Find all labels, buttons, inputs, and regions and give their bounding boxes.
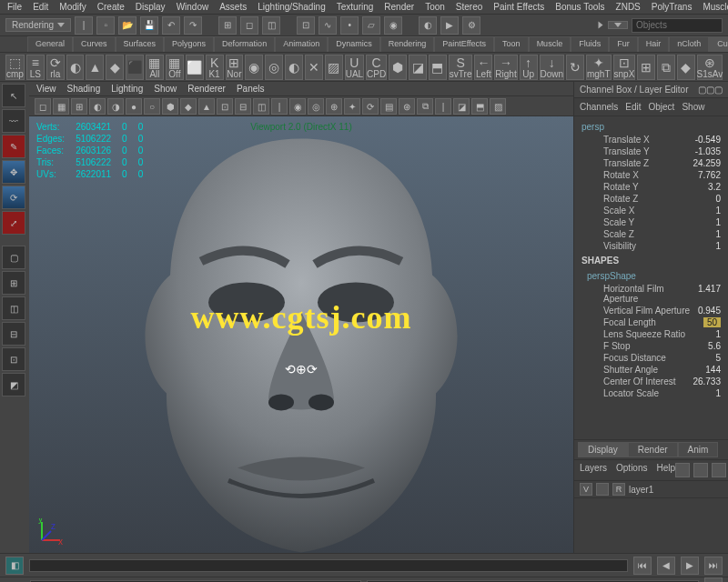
menu-lightingshading[interactable]: Lighting/Shading [258,2,326,12]
ipr-icon[interactable]: ◐ [419,16,437,35]
layer-row[interactable]: VRlayer1 [574,481,728,498]
shape-attr-lens-squeeze-ratio[interactable]: Lens Squeeze Ratio1 [576,328,726,340]
panel-tool-18[interactable]: ⟳ [362,98,379,115]
rotate-tool[interactable]: ⟳ [2,186,25,209]
new-scene-icon[interactable]: ▫ [96,16,115,35]
selection-mode-dropdown[interactable] [608,21,628,29]
cb-menu-show[interactable]: Show [682,102,704,112]
attr-rotate-y[interactable]: Rotate Y3.2 [576,181,726,193]
redo-icon[interactable]: ↷ [184,16,202,35]
attr-visibility[interactable]: Visibility1 [576,240,726,252]
panel-tool-3[interactable]: ◐ [89,98,106,115]
cb-menu-channels[interactable]: Channels [580,102,618,112]
shelf-tab-surfaces[interactable]: Surfaces [116,36,165,52]
shelf-button-28[interactable]: ✦mghT [586,55,612,80]
shelf-button-11[interactable]: ⊞Nor [226,55,244,80]
shelf-tab-polygons[interactable]: Polygons [164,36,214,52]
panel-tool-10[interactable]: ⊡ [217,98,233,115]
layer-playback-toggle[interactable] [596,483,609,496]
menu-muscle[interactable]: Muscle [703,2,728,12]
shelf-button-7[interactable]: ▦All [146,55,164,80]
panel-tool-2[interactable]: ⊞ [71,98,87,115]
panel-menu-lighting[interactable]: Lighting [111,84,143,94]
shelf-button-13[interactable]: ◎ [265,55,283,80]
shelf-tab-hair[interactable]: Hair [638,36,670,52]
attr-scale-x[interactable]: Scale X1 [576,205,726,216]
shelf-tab-toon[interactable]: Toon [494,36,529,52]
move-tool[interactable]: ✥ [2,160,25,184]
shelf-button-23[interactable]: ←Left [474,55,492,80]
layer-menu-help[interactable]: Help [656,463,675,477]
panel-tool-22[interactable]: | [435,98,451,115]
shelf-tab-fur[interactable]: Fur [609,36,638,52]
undo-icon[interactable]: ↶ [162,16,180,35]
panel-menu-shading[interactable]: Shading [67,84,101,94]
panel-toggle-icons[interactable]: ▢▢▢ [698,85,723,95]
panel-tool-16[interactable]: ⊕ [326,98,342,115]
menu-toon[interactable]: Toon [425,2,445,12]
shelf-button-6[interactable]: ⬛ [126,55,144,80]
attr-scale-y[interactable]: Scale Y1 [576,216,726,228]
shape-attr-f-stop[interactable]: F Stop5.6 [576,340,726,352]
panel-tool-20[interactable]: ⊛ [399,98,415,115]
shelf-button-14[interactable]: ◐ [285,55,303,80]
panel-tool-13[interactable]: | [271,98,288,115]
shelf-tab-painteffects[interactable]: PaintEffects [434,36,494,52]
snap-grid-icon[interactable]: ⊡ [297,16,315,35]
menu-texturing[interactable]: Texturing [337,2,374,12]
layer-name[interactable]: layer1 [629,485,653,495]
attr-rotate-z[interactable]: Rotate Z0 [576,193,726,205]
snap-curve-icon[interactable]: ∿ [318,16,337,35]
shelf-button-0[interactable]: ⬚cmp [5,55,25,80]
snap-live-icon[interactable]: ◉ [384,16,402,35]
menu-stereo[interactable]: Stereo [456,2,482,12]
shelf-button-32[interactable]: ◆ [677,55,695,80]
open-scene-icon[interactable]: 📂 [118,16,136,35]
panel-tool-23[interactable]: ◪ [453,98,470,115]
shelf-button-22[interactable]: SsvTre [449,55,473,80]
panel-tool-15[interactable]: ◎ [308,98,324,115]
shelf-button-10[interactable]: KK1 [206,55,224,80]
layer-menu-layers[interactable]: Layers [580,463,607,477]
panel-menu-show[interactable]: Show [154,84,177,94]
layer-move-up-icon[interactable] [675,463,690,477]
menu-file[interactable]: File [7,2,22,12]
shelf-button-21[interactable]: ⬒ [429,55,447,80]
menu-window[interactable]: Window [177,2,209,12]
render-icon[interactable]: ▶ [440,16,459,35]
attr-translate-z[interactable]: Translate Z24.259 [576,157,726,169]
layer-tab-render[interactable]: Render [628,442,678,457]
menu-assets[interactable]: Assets [219,2,247,12]
play-back-icon[interactable]: ◀ [657,557,675,575]
shelf-tab-fluids[interactable]: Fluids [571,36,609,52]
panel-tool-6[interactable]: ○ [144,98,160,115]
shelf-button-4[interactable]: ▲ [86,55,104,80]
shelf-tab-muscle[interactable]: Muscle [529,36,571,52]
layout-single[interactable]: ▢ [2,246,25,269]
shape-attr-vertical-film-aperture[interactable]: Vertical Film Aperture0.945 [576,305,726,316]
select-object-icon[interactable]: ◻ [240,16,258,35]
panel-tool-25[interactable]: ▨ [490,98,506,115]
shelf-button-17[interactable]: UUAL [345,55,364,80]
menu-polytrans[interactable]: PolyTrans [652,2,693,12]
play-end-icon[interactable]: ⏭ [704,557,723,575]
shape-attr-shutter-angle[interactable]: Shutter Angle144 [576,364,726,376]
panel-tool-7[interactable]: ⬢ [162,98,178,115]
shelf-button-8[interactable]: ▦Off [166,55,184,80]
shelf-button-18[interactable]: CCPD [366,55,387,80]
shelf-button-31[interactable]: ⧉ [657,55,675,80]
layout-two-stack[interactable]: ⊟ [2,322,25,346]
lasso-tool[interactable]: 〰 [2,109,25,133]
panel-tool-8[interactable]: ◆ [180,98,197,115]
layout-four[interactable]: ⊞ [2,271,25,295]
layer-tab-anim[interactable]: Anim [678,442,719,457]
shelf-tab-animation[interactable]: Animation [275,36,328,52]
cb-menu-object[interactable]: Object [649,102,675,112]
menu-display[interactable]: Display [136,2,166,12]
shelf-button-15[interactable]: ✕ [305,55,323,80]
module-dropdown[interactable]: Rendering [5,18,71,32]
new-layer-icon[interactable] [712,463,726,477]
panel-tool-21[interactable]: ⧉ [417,98,433,115]
shelf-button-30[interactable]: ⊞ [637,55,655,80]
snap-point-icon[interactable]: • [340,16,359,35]
